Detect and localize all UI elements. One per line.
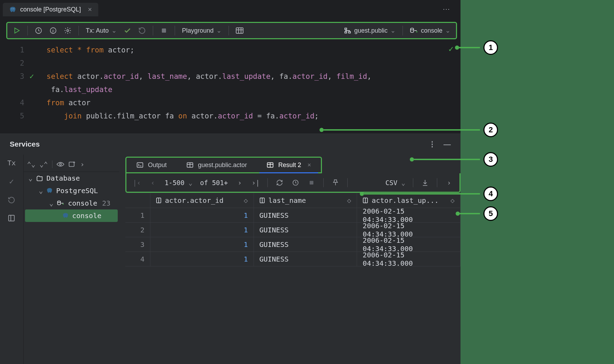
svg-rect-13: [9, 215, 15, 221]
svg-point-5: [67, 30, 69, 32]
collapse-icon[interactable]: ⌄⌃: [40, 160, 48, 168]
svg-rect-7: [236, 28, 243, 33]
commit-icon[interactable]: ✓: [9, 177, 15, 186]
table-row[interactable]: 31GUINESS2006-02-15 04:34:33.000: [125, 237, 460, 252]
query-console-toolbar: p Tx: Auto⌄: [6, 22, 457, 39]
services-left-toolbar: Tx ✓: [0, 155, 23, 364]
first-page-icon[interactable]: |‹: [131, 177, 142, 188]
expand-icon[interactable]: ⌃⌄: [27, 160, 35, 168]
svg-point-0: [12, 8, 13, 9]
tx-icon[interactable]: Tx: [7, 159, 16, 167]
svg-rect-22: [310, 181, 314, 184]
new-session-icon[interactable]: [68, 161, 76, 168]
layout-icon[interactable]: [8, 214, 15, 222]
export-format-dropdown[interactable]: CSV ⌄: [384, 179, 407, 187]
editor-gutter: 1 2 3 4 5: [0, 43, 38, 123]
table-row[interactable]: 41GUINESS2006-02-15 04:34:33.000: [125, 252, 460, 266]
stop-icon[interactable]: [158, 25, 170, 36]
tab-console[interactable]: console [PostgreSQL] ×: [3, 3, 98, 16]
tab-guest-public-actor[interactable]: guest.public.actor: [176, 158, 257, 172]
schema-selector[interactable]: guest.public⌄: [342, 27, 398, 34]
tab-title: console [PostgreSQL]: [20, 6, 81, 13]
column-header[interactable]: actor.actor_id◇: [150, 193, 254, 208]
rollback-icon[interactable]: [8, 196, 15, 204]
explain-plan-icon[interactable]: p: [47, 25, 59, 36]
page-total: of 501+: [199, 179, 229, 187]
chevron-right-icon[interactable]: ›: [80, 160, 84, 168]
tree-node-postgresql[interactable]: ⌄ PostgreSQL: [24, 184, 119, 197]
stop-icon[interactable]: [306, 177, 317, 188]
editor-content[interactable]: select * from actor; select actor.actor_…: [38, 43, 460, 123]
table-icon: [266, 161, 274, 169]
services-more-icon[interactable]: ⋮: [429, 140, 436, 148]
pin-icon[interactable]: [330, 177, 341, 188]
next-page-icon[interactable]: ›: [234, 177, 245, 188]
svg-point-16: [57, 201, 60, 202]
svg-rect-10: [349, 32, 350, 33]
table-icon: [186, 161, 194, 169]
svg-rect-18: [137, 163, 143, 167]
svg-point-14: [59, 163, 61, 165]
svg-rect-9: [345, 32, 347, 33]
result-tabs: Output guest.public.actor: [125, 157, 322, 173]
column-header[interactable]: last_name◇: [254, 193, 357, 208]
minimize-icon[interactable]: —: [443, 140, 451, 148]
svg-point-12: [416, 31, 417, 33]
close-icon[interactable]: ×: [88, 6, 92, 14]
tab-output[interactable]: Output: [126, 158, 176, 172]
history-icon[interactable]: [33, 25, 44, 36]
svg-point-1: [14, 8, 14, 9]
table-view-icon[interactable]: [234, 25, 246, 36]
page-range[interactable]: 1-500 ⌄: [163, 179, 194, 187]
reload-icon[interactable]: [274, 177, 285, 188]
svg-point-11: [410, 28, 414, 30]
history-icon[interactable]: [290, 177, 301, 188]
tree-node-database[interactable]: ⌄ Database: [24, 172, 119, 184]
table-row[interactable]: 21GUINESS2006-02-15 04:34:33.000: [125, 223, 460, 237]
last-page-icon[interactable]: ›|: [250, 177, 261, 188]
table-row[interactable]: 11GUINESS2006-02-15 04:34:33.000: [125, 208, 460, 223]
rollback-icon[interactable]: [136, 25, 148, 36]
gear-icon[interactable]: [62, 25, 74, 36]
editor-tab-bar: console [PostgreSQL] × ⋮: [0, 0, 460, 19]
svg-point-17: [63, 204, 64, 205]
inspection-ok-icon[interactable]: ✓: [449, 44, 454, 54]
terminal-icon: [136, 161, 144, 169]
tab-bar-more-icon[interactable]: ⋮: [435, 6, 458, 14]
playground-dropdown[interactable]: Playground⌄: [180, 27, 224, 34]
postgresql-icon: [9, 6, 17, 14]
tx-mode-dropdown[interactable]: Tx: Auto⌄: [84, 27, 119, 34]
tree-node-console[interactable]: ⌄ console 23: [24, 197, 119, 209]
svg-rect-8: [345, 28, 347, 30]
commit-icon[interactable]: [122, 25, 133, 36]
prev-page-icon[interactable]: ‹: [147, 177, 158, 188]
run-icon[interactable]: [11, 25, 23, 36]
close-icon[interactable]: ×: [307, 162, 311, 169]
session-selector[interactable]: console⌄: [408, 27, 453, 34]
services-title: Services: [10, 140, 40, 148]
eye-icon[interactable]: [57, 162, 64, 167]
result-grid: actor.actor_id◇ last_name◇ actor.last_up…: [125, 193, 460, 364]
tab-result-2[interactable]: Result 2 ×: [257, 158, 321, 172]
svg-rect-6: [162, 28, 166, 33]
svg-text:p: p: [52, 29, 54, 33]
sql-editor[interactable]: 1 2 3 4 5 select * from actor; select ac…: [0, 41, 460, 123]
tree-node-console-leaf[interactable]: console: [25, 209, 118, 222]
svg-rect-15: [69, 162, 74, 166]
services-tree: ⌃⌄ ⌄⌃ › ⌄ Database ⌄: [23, 155, 119, 364]
